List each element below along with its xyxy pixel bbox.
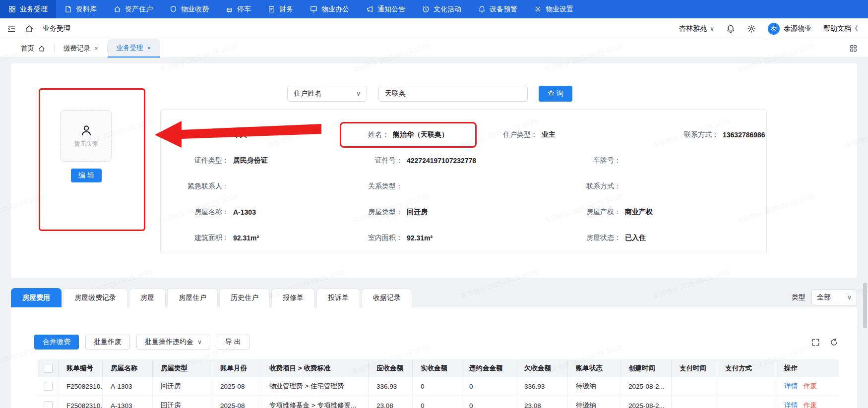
- tab-label: 业务受理: [117, 44, 143, 53]
- nav-item-parking[interactable]: 停车: [217, 0, 259, 18]
- user-menu[interactable]: 泰 泰源物业: [768, 23, 811, 35]
- column-header: 创建时间: [620, 359, 672, 377]
- project-switcher[interactable]: 杏林雅苑 ∨: [679, 24, 714, 33]
- cell-bill-status: 待缴纳: [568, 396, 620, 408]
- settings-gear-icon[interactable]: [747, 24, 756, 33]
- tab-receipt-records[interactable]: 收据记录: [362, 288, 412, 307]
- cell-pay-time: [672, 377, 717, 396]
- refresh-icon[interactable]: [830, 338, 838, 347]
- batch-penalty-button[interactable]: 批量操作违约金 ∨: [136, 335, 210, 350]
- search-button[interactable]: 查 询: [539, 86, 572, 102]
- cell-house-name: A-1303: [103, 377, 153, 396]
- tab-house[interactable]: 房屋: [129, 288, 166, 307]
- nav-item-business-acceptance[interactable]: 业务受理: [0, 0, 56, 18]
- home-icon[interactable]: [25, 24, 34, 33]
- edit-button[interactable]: 编 辑: [71, 169, 102, 182]
- nav-item-property-fees[interactable]: 物业收费: [161, 0, 217, 18]
- select-all-checkbox[interactable]: [44, 364, 53, 373]
- clipboard-icon: [268, 5, 275, 13]
- export-button[interactable]: 导 出: [217, 335, 249, 350]
- void-link[interactable]: 作废: [804, 382, 817, 391]
- name-highlight-box: 姓名： 熊治华（天联奥）: [340, 122, 477, 148]
- field-id-type: 证件类型：居民身份证: [186, 156, 359, 165]
- field-contact-phone: 联系方式： 13632786986: [684, 122, 765, 148]
- column-header: 违约金金额: [461, 359, 516, 377]
- cell-house-name: A-1303: [103, 396, 153, 408]
- close-icon[interactable]: ×: [147, 44, 151, 52]
- nav-item-data-library[interactable]: 资料库: [56, 0, 105, 18]
- fullscreen-icon[interactable]: [811, 338, 820, 347]
- column-header: 应收金额: [369, 359, 413, 377]
- field-license-plate: 车牌号：: [577, 156, 766, 165]
- nav-item-label: 通知公告: [377, 5, 405, 14]
- close-icon[interactable]: ×: [94, 45, 98, 52]
- table-header-row: 账单编号 房屋名称 房屋类型 账单月份 收费项目 > 收费标准 应收金额 实收金…: [38, 359, 839, 377]
- notifications-bell-icon[interactable]: [726, 24, 735, 33]
- column-header: 房屋类型: [153, 359, 212, 377]
- type-filter-select[interactable]: 全部 ∨: [811, 290, 857, 305]
- nav-item-cultural-activities[interactable]: 文化活动: [414, 0, 470, 18]
- top-nav: 业务受理 资料库 资产住户 物业收费 停车 财务 物业办公 通知公告 文化活动 …: [0, 0, 868, 18]
- nav-item-property-office[interactable]: 物业办公: [302, 0, 358, 18]
- resident-name-value: 熊治华（天联奥）: [393, 130, 448, 139]
- nav-item-asset-resident[interactable]: 资产住户: [105, 0, 161, 18]
- field-emergency-contact: 紧急联系人：: [186, 182, 359, 191]
- app-window: 业务受理 资料库 资产住户 物业收费 停车 财务 物业办公 通知公告 文化活动 …: [0, 0, 868, 408]
- field-house-name: 房屋名称：A-1303: [186, 208, 359, 217]
- column-header: 欠收金额: [516, 359, 568, 377]
- home-icon: [114, 5, 121, 13]
- cell-penalty: 0: [461, 396, 516, 408]
- table-toolbar: 合并缴费 批量作废 批量操作违约金 ∨ 导 出: [34, 335, 838, 350]
- field-id-number: 证件号：422724197107232778: [359, 156, 577, 165]
- tab-house-payment-records[interactable]: 房屋缴费记录: [63, 288, 127, 307]
- cell-penalty: 0: [461, 377, 516, 396]
- cell-amount-owed: 23.08: [516, 396, 568, 408]
- nav-item-label: 停车: [237, 5, 251, 14]
- tab-house-fees[interactable]: 房屋费用: [11, 288, 62, 307]
- chevron-down-icon: ∨: [197, 339, 202, 346]
- search-type-select[interactable]: 住户姓名 ∨: [287, 86, 367, 102]
- cell-bill-no: F25082310...: [59, 377, 103, 396]
- nav-item-device-alerts[interactable]: 设备预警: [470, 0, 526, 18]
- field-house-type: 房屋类型：回迁房: [359, 208, 577, 217]
- row-checkbox[interactable]: [44, 382, 53, 391]
- help-docs-link[interactable]: 帮助文档《: [823, 24, 858, 33]
- row-checkbox[interactable]: [44, 401, 53, 408]
- chevron-down-icon: ∨: [847, 294, 852, 301]
- column-header: 实收金额: [413, 359, 461, 377]
- column-header: 支付方式: [717, 359, 776, 377]
- cell-bill-no: F25082310...: [59, 396, 103, 408]
- tab-payment-records[interactable]: 缴费记录 ×: [55, 39, 107, 58]
- type-filter-value: 全部: [817, 293, 831, 302]
- tab-label: 首页: [21, 44, 34, 53]
- void-link[interactable]: 作废: [804, 401, 817, 408]
- breadcrumb: 业务受理: [43, 24, 70, 33]
- tab-repair-orders[interactable]: 报修单: [271, 288, 315, 307]
- tab-complaint-orders[interactable]: 投诉单: [316, 288, 360, 307]
- nav-item-label: 财务: [279, 5, 293, 14]
- tab-history-residents[interactable]: 历史住户: [219, 288, 270, 307]
- detail-link[interactable]: 详情: [784, 382, 798, 391]
- nav-item-announcements[interactable]: 通知公告: [358, 0, 414, 18]
- cell-pay-method: [717, 377, 776, 396]
- vertical-scrollbar-thumb[interactable]: [863, 283, 867, 328]
- merge-pay-button[interactable]: 合并缴费: [34, 335, 79, 350]
- batch-void-button[interactable]: 批量作废: [85, 335, 130, 350]
- apps-icon: [8, 5, 16, 13]
- tab-house-residents[interactable]: 房屋住户: [167, 288, 218, 307]
- nav-item-finance[interactable]: 财务: [259, 0, 302, 18]
- cell-amount-paid: 0: [413, 377, 461, 396]
- home-icon: [38, 45, 45, 52]
- detail-link[interactable]: 详情: [784, 401, 798, 408]
- nav-item-property-settings[interactable]: 物业设置: [526, 0, 582, 18]
- layout-grid-icon[interactable]: [850, 45, 857, 52]
- search-input[interactable]: [385, 90, 521, 98]
- tab-home[interactable]: 首页: [12, 39, 54, 58]
- field-resident-subject: 住户主体： 个人: [186, 130, 359, 139]
- menu-fold-icon[interactable]: [7, 24, 16, 33]
- chevron-down-icon: ∨: [356, 90, 361, 97]
- tab-business-acceptance[interactable]: 业务受理 ×: [108, 39, 160, 58]
- bell-icon: [478, 5, 486, 13]
- car-icon: [226, 5, 233, 13]
- cell-bill-month: 2025-08: [212, 377, 261, 396]
